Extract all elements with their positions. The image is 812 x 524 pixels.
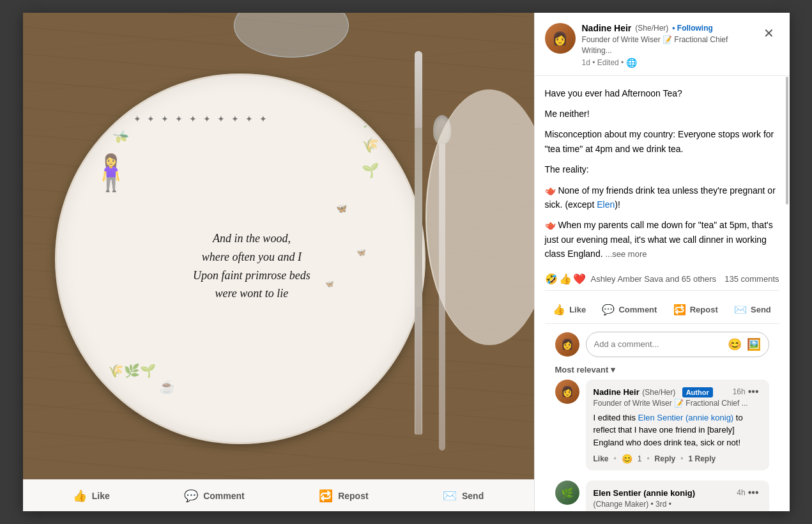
author-info: Nadine Heir (She/Her) • Following Founde… bbox=[582, 23, 753, 68]
post-paragraph-2: Me neither! bbox=[545, 107, 779, 121]
comment-2-time: 4h bbox=[737, 488, 745, 497]
send-icon: ✉️ bbox=[734, 304, 747, 316]
plate-ceramic: ✦ ✦ ✦ ✦ ✦ ✦ ✦ ✦ ✦ ✦ 🧍‍♀️ 🌿🌾🌱 🦋 🦋 🦋 And i… bbox=[55, 73, 425, 444]
plate-teacup-decoration: ☕ bbox=[159, 379, 175, 394]
comment-1-view-replies-btn[interactable]: 1 Reply bbox=[689, 454, 716, 463]
author-badge: Author bbox=[682, 387, 713, 397]
post-text: Have you ever had Afternoon Tea? Me neit… bbox=[545, 86, 779, 261]
comment-2-avatar-image: 🌿 bbox=[561, 487, 574, 499]
plate-butterfly-2: 🦋 bbox=[356, 248, 366, 257]
reaction-emoji-2: 👍 bbox=[559, 273, 572, 285]
comment-label-bottom: Comment bbox=[203, 491, 245, 501]
comment-label: Comment bbox=[618, 305, 657, 314]
comment-input-row: 👩 😊 🖼️ bbox=[545, 332, 779, 357]
image-bottom-actions: 👍 Like 💬 Comment 🔁 Repost ✉️ Send bbox=[23, 479, 534, 511]
comment-1-text: I edited this Elen Sentier (annie konig)… bbox=[594, 412, 762, 449]
send-label-bottom: Send bbox=[462, 491, 484, 501]
repost-button[interactable]: 🔁 Repost bbox=[666, 298, 726, 321]
comment-1-reaction-emoji: 😊 bbox=[622, 454, 632, 464]
post-paragraph-1: Have you ever had Afternoon Tea? bbox=[545, 86, 779, 100]
sort-arrow-icon: ▾ bbox=[611, 365, 615, 374]
author-avatar[interactable]: 👩 bbox=[545, 23, 576, 54]
sort-dropdown[interactable]: Most relevant ▾ bbox=[555, 365, 615, 374]
sort-row: Most relevant ▾ bbox=[545, 365, 779, 380]
see-more-link[interactable]: ...see more bbox=[605, 249, 647, 259]
plate-flora-decoration: 🌿🌾🌱 bbox=[362, 107, 379, 183]
send-icon-bottom: ✉️ bbox=[443, 489, 457, 503]
comment-1-more-button[interactable]: ••• bbox=[746, 386, 762, 397]
comment-2-author-name[interactable]: Elen Sentier (annie konig) bbox=[594, 488, 696, 498]
comment-1-text-before: I edited this bbox=[594, 413, 638, 422]
repost-icon-bottom: 🔁 bbox=[319, 489, 333, 503]
plate-image: ✦ ✦ ✦ ✦ ✦ ✦ ✦ ✦ ✦ ✦ 🧍‍♀️ 🌿🌾🌱 🦋 🦋 🦋 And i… bbox=[23, 13, 534, 511]
like-icon-bottom: 👍 bbox=[73, 489, 87, 503]
reaction-names[interactable]: Ashley Amber Sava and 65 others bbox=[591, 274, 717, 284]
post-actions: 👍 Like 💬 Comment 🔁 Repost ✉️ Send bbox=[545, 296, 779, 324]
globe-icon: 🌐 bbox=[626, 58, 637, 68]
comment-1: 👩 Nadine Heir (She/Her) Author 16h ••• bbox=[555, 380, 769, 471]
post-paragraph-4: The reality: bbox=[545, 162, 779, 176]
send-button[interactable]: ✉️ Send bbox=[726, 298, 779, 321]
repost-action-bottom[interactable]: 🔁 Repost bbox=[309, 484, 378, 508]
comment-button[interactable]: 💬 Comment bbox=[594, 298, 664, 321]
reaction-emoji-1: 🤣 bbox=[545, 273, 558, 285]
comment-2-subtitle: (Change Maker) • 3rd • bbox=[594, 500, 762, 509]
comment-1-dot-3: • bbox=[680, 454, 683, 463]
comment-count[interactable]: 135 comments bbox=[724, 274, 779, 284]
reactions-left: 🤣 👍 ❤️ Ashley Amber Sava and 65 others bbox=[545, 273, 717, 285]
plate-stars-decoration: ✦ ✦ ✦ ✦ ✦ ✦ ✦ ✦ ✦ ✦ bbox=[134, 114, 269, 124]
comment-1-subtitle: Founder of Write Wiser 📝 Fractional Chie… bbox=[594, 399, 762, 408]
comment-1-like-btn[interactable]: Like bbox=[594, 454, 609, 463]
repost-label: Repost bbox=[690, 305, 718, 314]
elen-link[interactable]: Elen bbox=[597, 199, 615, 210]
comment-2-author-info: Elen Sentier (annie konig) bbox=[594, 487, 737, 498]
comment-input-wrap[interactable]: 😊 🖼️ bbox=[586, 332, 769, 357]
post-time: 1d • Edited • bbox=[582, 58, 624, 67]
comment-avatar-image: 👩 bbox=[561, 338, 574, 350]
comment-2: 🌿 Elen Sentier (annie konig) 4h ••• (Cha… bbox=[555, 481, 769, 511]
plate-plants-decoration: 🌾🌿🌱 bbox=[108, 363, 156, 378]
comment-1-author-name[interactable]: Nadine Heir bbox=[594, 387, 640, 397]
comment-icon-bottom: 💬 bbox=[184, 489, 198, 503]
scrollbar[interactable] bbox=[787, 13, 790, 511]
like-action-bottom[interactable]: 👍 Like bbox=[63, 484, 120, 508]
image-attach-button[interactable]: 🖼️ bbox=[747, 337, 761, 351]
send-label: Send bbox=[751, 305, 771, 314]
close-button[interactable]: ✕ bbox=[759, 23, 779, 43]
comment-2-avatar[interactable]: 🌿 bbox=[555, 481, 579, 505]
following-badge[interactable]: • Following bbox=[672, 24, 713, 33]
post-paragraph-3: Misconception about my country: Everyone… bbox=[545, 127, 779, 156]
sort-label: Most relevant bbox=[555, 365, 609, 374]
like-button[interactable]: 👍 Like bbox=[545, 298, 594, 321]
post-body: Have you ever had Afternoon Tea? Me neit… bbox=[535, 76, 790, 511]
comment-2-header: Elen Sentier (annie konig) 4h ••• bbox=[594, 487, 762, 498]
author-name[interactable]: Nadine Heir bbox=[582, 23, 632, 33]
image-panel: ✦ ✦ ✦ ✦ ✦ ✦ ✦ ✦ ✦ ✦ 🧍‍♀️ 🌿🌾🌱 🦋 🦋 🦋 And i… bbox=[23, 13, 534, 511]
post-author-row: 👩 Nadine Heir (She/Her) • Following Foun… bbox=[545, 23, 779, 68]
comment-1-dot-2: • bbox=[647, 454, 649, 463]
comment-1-body: Nadine Heir (She/Her) Author 16h ••• Fou… bbox=[586, 380, 769, 471]
comment-1-avatar[interactable]: 👩 bbox=[555, 380, 579, 404]
comment-2-more-button[interactable]: ••• bbox=[746, 487, 762, 498]
like-label: Like bbox=[569, 305, 586, 314]
send-action-bottom[interactable]: ✉️ Send bbox=[433, 484, 494, 508]
plate-poem-text: And in the wood, where often you and I U… bbox=[193, 229, 310, 303]
comment-1-dot-1: • bbox=[614, 454, 617, 463]
post-paragraph-5: 🫖 None of my friends drink tea unless th… bbox=[545, 183, 779, 212]
comment-input[interactable] bbox=[594, 339, 723, 349]
author-name-row: Nadine Heir (She/Her) • Following bbox=[582, 23, 753, 33]
emoji-button[interactable]: 😊 bbox=[728, 337, 742, 351]
comment-1-reply-btn[interactable]: Reply bbox=[655, 454, 676, 463]
like-icon: 👍 bbox=[553, 304, 565, 316]
comment-1-time: 16h bbox=[733, 387, 746, 396]
repost-label-bottom: Repost bbox=[338, 491, 368, 501]
comment-2-body: Elen Sentier (annie konig) 4h ••• (Chang… bbox=[586, 481, 769, 511]
comment-1-pronoun: (She/Her) bbox=[642, 388, 675, 397]
reaction-emoji-3: ❤️ bbox=[573, 273, 586, 285]
comment-1-elen-link[interactable]: Elen Sentier (annie konig) bbox=[638, 413, 734, 422]
scroll-thumb[interactable] bbox=[786, 77, 788, 204]
post-header: 👩 Nadine Heir (She/Her) • Following Foun… bbox=[535, 13, 790, 76]
comments-section: 👩 Nadine Heir (She/Her) Author 16h ••• bbox=[545, 380, 779, 511]
comment-action-bottom[interactable]: 💬 Comment bbox=[174, 484, 255, 508]
plate-figure-decoration: 🧍‍♀️ bbox=[89, 152, 133, 194]
